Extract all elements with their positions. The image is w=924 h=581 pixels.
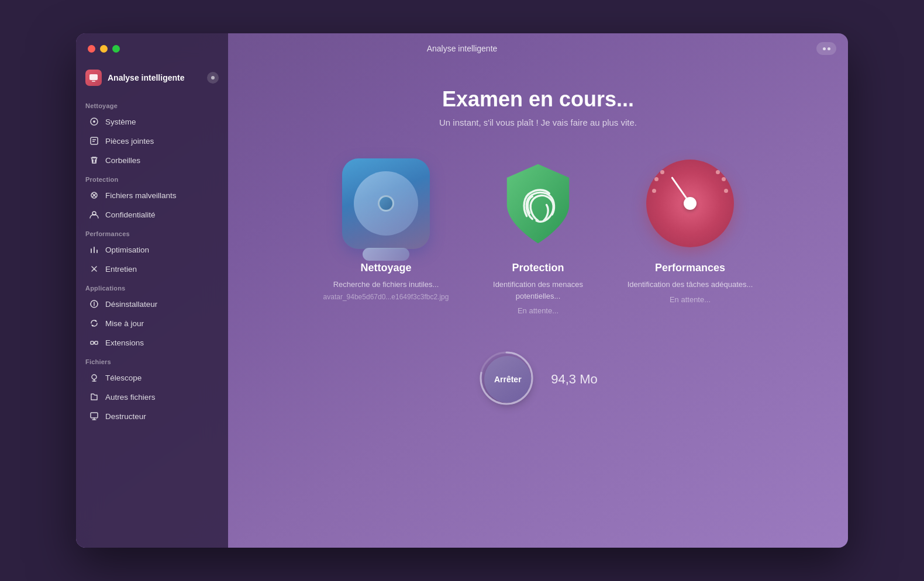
cards-row: Nettoyage Recherche de fichiers inutiles… — [322, 157, 754, 315]
sidebar-item-entretien[interactable]: Entretien — [80, 260, 225, 278]
svg-point-19 — [92, 375, 96, 379]
protection-card-desc: Identification des menaces potentielles.… — [474, 279, 602, 302]
progress-ring — [478, 350, 535, 406]
close-button[interactable] — [88, 45, 95, 53]
extensions-icon — [89, 337, 99, 348]
dot2 — [828, 47, 830, 50]
bottom-area: Arrêter 94,3 Mo — [478, 350, 598, 409]
main-content: Examen en cours... Un instant, s'il vous… — [228, 64, 848, 548]
stop-button-wrapper: Arrêter — [478, 350, 537, 409]
nettoyage-card-title: Nettoyage — [360, 262, 411, 274]
sidebar-item-desinstallateur[interactable]: Désinstallateur — [80, 295, 225, 313]
svg-rect-16 — [91, 341, 94, 344]
gauge-dot-5 — [722, 177, 726, 181]
disk-center — [378, 195, 394, 212]
svg-rect-17 — [95, 341, 98, 344]
main-window: Analyse intelligente Analyse intelligent… — [76, 33, 848, 548]
sidebar-item-pieces-jointes[interactable]: Pièces jointes — [80, 132, 225, 150]
sidebar-item-extensions[interactable]: Extensions — [80, 333, 225, 352]
sidebar-header[interactable]: Analyse intelligente — [76, 64, 228, 94]
extensions-label: Extensions — [105, 338, 144, 347]
sidebar-item-destructeur[interactable]: Destructeur — [80, 407, 225, 426]
sidebar-item-telescope[interactable]: Télescope — [80, 368, 225, 387]
gauge-dot-3 — [652, 189, 656, 193]
main-subtitle: Un instant, s'il vous plaît ! Je vais fa… — [439, 117, 637, 127]
section-fichiers-label: Fichiers — [76, 352, 228, 368]
more-options-button[interactable] — [816, 42, 836, 55]
sidebar-item-optimisation[interactable]: Optimisation — [80, 240, 225, 259]
entretien-icon — [89, 264, 99, 274]
optimisation-label: Optimisation — [105, 245, 149, 254]
corbeilles-label: Corbeilles — [105, 156, 140, 165]
gauge-dot-1 — [660, 170, 664, 174]
sidebar-header-button[interactable] — [207, 72, 219, 84]
dot1 — [823, 47, 826, 50]
section-performances-label: Performances — [76, 224, 228, 240]
autres-fichiers-icon — [89, 392, 99, 402]
corbeilles-icon — [89, 155, 99, 165]
optimisation-icon — [89, 244, 99, 255]
gauge-dot-6 — [724, 189, 728, 193]
nettoyage-card-desc: Recherche de fichiers inutiles... — [333, 279, 439, 290]
telescope-label: Télescope — [105, 374, 142, 382]
destructeur-icon — [89, 411, 99, 421]
performances-card-title: Performances — [655, 262, 725, 274]
mise-a-jour-icon — [89, 318, 99, 328]
protection-card-status: En attente... — [518, 306, 558, 315]
confidentialite-label: Confidentialité — [105, 210, 156, 219]
size-label: 94,3 Mo — [551, 372, 598, 387]
confidentialite-icon — [89, 209, 99, 220]
shield-icon — [494, 158, 582, 249]
pieces-jointes-icon — [89, 136, 99, 146]
performances-icon-wrapper — [643, 157, 737, 250]
window-title: Analyse intelligente — [427, 44, 498, 53]
protection-card-title: Protection — [512, 262, 564, 274]
disk-arm — [363, 248, 409, 261]
nettoyage-icon-wrapper — [339, 157, 433, 250]
sidebar-item-confidentialite[interactable]: Confidentialité — [80, 205, 225, 224]
titlebar: Analyse intelligente — [76, 33, 848, 64]
telescope-icon — [89, 372, 99, 383]
performances-card-status: En attente... — [670, 295, 711, 304]
maximize-button[interactable] — [112, 45, 120, 53]
sidebar-item-fichiers-malveillants[interactable]: Fichiers malveillants — [80, 186, 225, 205]
destructeur-label: Destructeur — [105, 412, 146, 421]
sidebar-item-autres-fichiers[interactable]: Autres fichiers — [80, 388, 225, 406]
sidebar-item-systeme[interactable]: Système — [80, 112, 225, 131]
sidebar-item-corbeilles[interactable]: Corbeilles — [80, 151, 225, 170]
mise-a-jour-label: Mise à jour — [105, 319, 144, 328]
traffic-lights — [88, 45, 120, 53]
desinstallateur-label: Désinstallateur — [105, 300, 157, 309]
svg-point-4 — [93, 120, 95, 123]
svg-rect-22 — [91, 413, 98, 418]
entretien-label: Entretien — [105, 265, 137, 274]
nettoyage-card-filename: avatar_94be5d67d0...e1649f3c3fbc2.jpg — [323, 293, 449, 301]
gauge-dot-2 — [654, 177, 658, 181]
main-title: Examen en cours... — [442, 87, 634, 112]
systeme-label: Système — [105, 117, 136, 126]
section-nettoyage-label: Nettoyage — [76, 96, 228, 112]
svg-rect-5 — [91, 137, 98, 144]
protection-icon-wrapper — [491, 157, 585, 250]
app-icon — [85, 70, 102, 86]
card-protection: Protection Identification des menaces po… — [474, 157, 602, 315]
pieces-jointes-label: Pièces jointes — [105, 137, 154, 146]
minimize-button[interactable] — [100, 45, 108, 53]
systeme-icon — [89, 116, 99, 127]
titlebar-actions — [816, 42, 836, 55]
desinstallateur-icon — [89, 299, 99, 309]
section-applications-label: Applications — [76, 279, 228, 294]
svg-rect-0 — [89, 74, 98, 80]
svg-point-2 — [211, 76, 215, 79]
disk-drive-icon — [342, 158, 430, 249]
fichiers-malveillants-label: Fichiers malveillants — [105, 191, 177, 200]
gauge-icon — [646, 160, 734, 247]
card-performances: Performances Identification des tâches a… — [626, 157, 754, 315]
svg-rect-1 — [92, 81, 95, 82]
sidebar-item-mise-a-jour[interactable]: Mise à jour — [80, 314, 225, 333]
gauge-center — [684, 197, 697, 210]
section-protection-label: Protection — [76, 170, 228, 185]
sidebar-app-title: Analyse intelligente — [108, 73, 201, 82]
sidebar: Analyse intelligente Nettoyage Système — [76, 33, 228, 548]
autres-fichiers-label: Autres fichiers — [105, 393, 156, 402]
